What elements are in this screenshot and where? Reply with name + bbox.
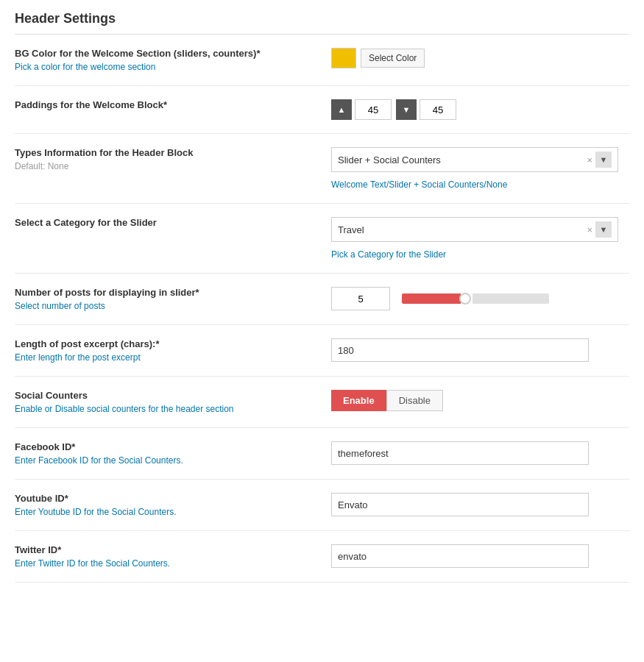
category-select-arrow[interactable]: ▼	[595, 221, 612, 238]
excerpt-length-control	[331, 338, 629, 362]
twitter-id-label-sub: Enter Twitter ID for the Social Counters…	[15, 558, 316, 569]
social-counters-label-sub: Enable or Disable social counters for th…	[15, 404, 316, 414]
twitter-id-row: Twitter ID* Enter Twitter ID for the Soc…	[15, 531, 629, 583]
types-select-arrow[interactable]: ▼	[595, 152, 612, 168]
facebook-id-input[interactable]	[331, 441, 589, 465]
types-select-clear[interactable]: ×	[587, 154, 592, 166]
category-select-hint: Pick a Category for the Slider	[331, 249, 629, 260]
enable-button[interactable]: Enable	[331, 390, 386, 411]
bg-color-control: Select Color	[331, 48, 629, 68]
color-swatch[interactable]	[331, 48, 356, 68]
types-info-control: Slider + Social Counters × ▼ Welcome Tex…	[331, 147, 629, 190]
category-selected-value: Travel	[338, 224, 587, 235]
padding-bottom-input[interactable]	[420, 99, 456, 120]
padding-top-up-button[interactable]: ▲	[331, 99, 352, 120]
social-counters-label-main: Social Counters	[15, 390, 316, 401]
bg-color-label: BG Color for the Welcome Section (slider…	[15, 48, 331, 72]
category-slider-control: Travel × ▼ Pick a Category for the Slide…	[331, 217, 629, 260]
range-fill	[402, 293, 461, 304]
category-slider-label-main: Select a Category for the Slider	[15, 217, 316, 228]
social-counters-control: Enable Disable	[331, 390, 629, 411]
paddings-label: Paddings for the Welcome Block*	[15, 99, 331, 113]
types-info-label-main: Types Information for the Header Block	[15, 147, 316, 158]
facebook-id-control	[331, 441, 629, 465]
facebook-id-label: Facebook ID* Enter Facebook ID for the S…	[15, 441, 331, 466]
padding-top-input[interactable]	[355, 99, 392, 120]
select-color-button[interactable]: Select Color	[361, 49, 425, 68]
bg-color-label-main: BG Color for the Welcome Section (slider…	[15, 48, 316, 59]
num-posts-label-main: Number of posts for displaying in slider…	[15, 287, 316, 298]
types-info-label: Types Information for the Header Block D…	[15, 147, 331, 171]
padding-bottom-down-button[interactable]: ▼	[396, 99, 417, 120]
youtube-id-label-sub: Enter Youtube ID for the Social Counters…	[15, 507, 316, 517]
num-posts-row: Number of posts for displaying in slider…	[15, 274, 629, 325]
excerpt-length-label-sub: Enter length for the post excerpt	[15, 352, 316, 363]
twitter-id-input[interactable]	[331, 544, 589, 568]
range-track[interactable]	[402, 293, 549, 304]
social-counters-label: Social Counters Enable or Disable social…	[15, 390, 331, 414]
twitter-id-control	[331, 544, 629, 568]
range-empty	[473, 293, 549, 304]
category-select-clear[interactable]: ×	[587, 224, 592, 235]
excerpt-length-label-main: Length of post excerpt (chars):*	[15, 338, 316, 349]
page-title: Header Settings	[15, 11, 629, 35]
types-info-label-default: Default: None	[15, 161, 316, 171]
twitter-id-label: Twitter ID* Enter Twitter ID for the Soc…	[15, 544, 331, 569]
num-posts-label-sub: Select number of posts	[15, 301, 316, 311]
facebook-id-label-main: Facebook ID*	[15, 441, 316, 452]
youtube-id-input[interactable]	[331, 493, 589, 516]
category-select-wrapper: Travel × ▼	[331, 217, 618, 242]
types-selected-value: Slider + Social Counters	[338, 154, 587, 166]
types-select-wrapper: Slider + Social Counters × ▼	[331, 147, 618, 172]
types-select-box[interactable]: Slider + Social Counters × ▼	[331, 147, 618, 172]
num-posts-control	[331, 287, 629, 310]
bg-color-row: BG Color for the Welcome Section (slider…	[15, 35, 629, 86]
twitter-id-label-main: Twitter ID*	[15, 544, 316, 555]
types-info-row: Types Information for the Header Block D…	[15, 134, 629, 204]
paddings-row: Paddings for the Welcome Block* ▲ ▼	[15, 86, 629, 134]
youtube-id-label-main: Youtube ID*	[15, 493, 316, 504]
padding-bottom-group: ▼	[396, 99, 456, 120]
excerpt-length-row: Length of post excerpt (chars):* Enter l…	[15, 325, 629, 377]
padding-top-group: ▲	[331, 99, 392, 120]
excerpt-length-label: Length of post excerpt (chars):* Enter l…	[15, 338, 331, 363]
paddings-control: ▲ ▼	[331, 99, 629, 120]
category-select-box[interactable]: Travel × ▼	[331, 217, 618, 242]
youtube-id-label: Youtube ID* Enter Youtube ID for the Soc…	[15, 493, 331, 517]
youtube-id-control	[331, 493, 629, 516]
category-slider-label: Select a Category for the Slider	[15, 217, 331, 231]
range-wrapper	[402, 293, 549, 304]
range-handle[interactable]	[459, 293, 471, 305]
facebook-id-row: Facebook ID* Enter Facebook ID for the S…	[15, 428, 629, 480]
types-select-hint: Welcome Text/Slider + Social Counters/No…	[331, 179, 629, 190]
bg-color-label-sub: Pick a color for the welcome section	[15, 62, 316, 72]
paddings-label-main: Paddings for the Welcome Block*	[15, 99, 316, 110]
social-counters-row: Social Counters Enable or Disable social…	[15, 377, 629, 428]
num-posts-label: Number of posts for displaying in slider…	[15, 287, 331, 311]
disable-button[interactable]: Disable	[386, 390, 443, 411]
youtube-id-row: Youtube ID* Enter Youtube ID for the Soc…	[15, 480, 629, 531]
toggle-group: Enable Disable	[331, 390, 443, 411]
excerpt-length-input[interactable]	[331, 338, 589, 362]
category-slider-row: Select a Category for the Slider Travel …	[15, 204, 629, 274]
facebook-id-label-sub: Enter Facebook ID for the Social Counter…	[15, 455, 316, 466]
num-posts-input[interactable]	[331, 287, 390, 310]
